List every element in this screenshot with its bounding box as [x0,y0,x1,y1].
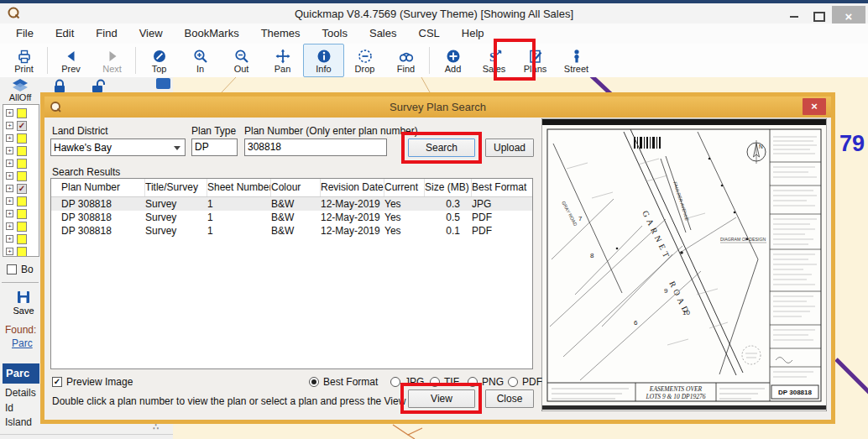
menu-sales[interactable]: Sales [358,24,408,44]
toolbar-zoom-out[interactable]: Out [221,44,262,77]
tree-row[interactable]: + [3,233,39,245]
expand-icon[interactable]: + [6,159,13,167]
toolbar-drop[interactable]: Drop [344,44,385,77]
expand-icon[interactable]: + [6,185,13,192]
layer-checkbox[interactable] [17,209,27,219]
table-row[interactable]: DP 308818Survey1B&W12-May-2019Yes0.3JPG [51,197,532,211]
lock-icon[interactable] [50,78,69,93]
layer-checkbox[interactable] [17,247,27,257]
sidebar-item-details[interactable]: Details [5,387,39,399]
layer-checkbox[interactable] [17,133,27,144]
expand-icon[interactable]: + [6,122,13,129]
expand-icon[interactable]: + [6,172,13,180]
land-district-select[interactable]: Hawke's Bay [50,138,186,156]
toolbar-add[interactable]: Add [432,44,473,77]
parcel-panel-header[interactable]: Parc [3,363,39,384]
map-parcel-number: 79 [839,131,865,156]
layer-checkbox[interactable] [17,171,27,181]
table-row[interactable]: DP 308818Survey1B&W12-May-2019Yes0.1PDF [51,224,532,238]
col-plan-number[interactable]: Plan Number [61,179,145,196]
tree-row[interactable]: + [3,157,39,170]
chevron-down-icon [174,146,180,150]
plan-preview-image: N [541,118,827,411]
expand-icon[interactable]: + [6,109,13,117]
toolbar-pan[interactable]: Pan [262,44,303,77]
tree-row[interactable]: + [3,195,39,207]
tree-row[interactable]: + [3,132,39,144]
annotation-box-plans [494,39,536,81]
col-title-survey[interactable]: Title/Survey [145,179,207,196]
tree-row[interactable]: + [3,207,39,220]
layer-checkbox[interactable] [17,108,27,118]
drop-icon [357,48,374,65]
street-person-icon [568,48,585,65]
unlock-icon[interactable] [89,78,109,93]
col-size-mb[interactable]: Size (MB) [425,179,472,196]
plan-number-label: Plan Number (Only enter plan number) [244,125,418,137]
expand-icon[interactable]: + [6,197,13,205]
dialog-titlebar[interactable]: Survey Plan Search × [44,97,831,118]
toolbar-top[interactable]: Top [139,44,180,77]
col-sheet-number[interactable]: Sheet Number [207,179,271,196]
layer-checkbox[interactable] [17,159,27,169]
menu-bookmarks[interactable]: BookMarks [174,24,250,44]
layer-checkbox[interactable] [17,146,27,156]
expand-icon[interactable]: + [6,248,13,255]
close-dialog-button[interactable]: Close [485,389,534,408]
layer-checkbox[interactable] [17,234,27,244]
next-arrow-icon [104,48,121,65]
toolbar-print[interactable]: Print [3,44,44,77]
tree-row[interactable]: +✓ [3,182,39,195]
col-colour[interactable]: Colour [271,179,321,196]
toolbar-prev[interactable]: Prev [50,44,92,77]
menu-tools[interactable]: Tools [311,24,358,44]
expand-icon[interactable]: + [6,210,13,217]
tree-row[interactable]: + [3,245,39,257]
tree-row[interactable]: + [3,144,39,157]
layer-checkbox[interactable] [17,222,27,232]
radio-pdf[interactable]: PDF [508,376,542,388]
upload-button[interactable]: Upload [485,138,534,157]
expand-icon[interactable]: + [6,222,13,230]
tree-row[interactable]: + [3,170,39,182]
menu-help[interactable]: Help [451,24,495,44]
toolbar-info[interactable]: Info [303,44,344,77]
sidebar-item-island[interactable]: Island [5,416,39,428]
toolbar-find[interactable]: Find [385,44,426,77]
col-current[interactable]: Current [384,179,425,196]
layer-checkbox[interactable] [17,196,27,206]
menu-themes[interactable]: Themes [250,24,311,44]
tree-row[interactable]: + [3,220,39,233]
checkbox-box: ✓ [52,377,62,387]
table-row[interactable]: DP 308818Survey1B&W12-May-2019Yes0.5PDF [51,211,532,224]
menu-edit[interactable]: Edit [44,24,85,44]
window-titlebar[interactable]: Quickmap V8.4.7569 (Survey Theme) [Showi… [0,3,868,24]
col-best-format[interactable]: Best Format [472,179,532,196]
radio-best-format[interactable]: Best Format [309,376,378,388]
expand-icon[interactable]: + [6,235,13,243]
expand-icon[interactable]: + [6,134,13,142]
menu-find[interactable]: Find [85,24,128,44]
tree-row[interactable]: +✓ [3,119,39,132]
preview-image-checkbox[interactable]: ✓ Preview Image [52,376,133,388]
alloff-button[interactable]: AllOff [2,79,39,106]
menu-file[interactable]: File [5,24,44,44]
toolbar-next[interactable]: Next [92,44,133,77]
layer-toggle-checkbox[interactable]: Bo [7,264,34,275]
expand-icon[interactable]: + [6,147,13,154]
menu-csl[interactable]: CSL [408,24,451,44]
plan-type-input[interactable]: DP [191,138,238,156]
layer-tool-icon[interactable] [156,78,170,89]
layer-checkbox-checked[interactable]: ✓ [17,121,27,131]
tree-row[interactable]: + [3,107,39,119]
plan-number-input[interactable]: 308818 [244,138,387,156]
toolbar-zoom-in[interactable]: In [180,44,221,77]
found-parcel-link[interactable]: Parc [12,337,39,349]
col-revision-date[interactable]: Revision Date [321,179,384,196]
layer-checkbox-checked[interactable]: ✓ [17,184,27,194]
save-button[interactable]: Save [10,289,37,316]
dialog-close-button[interactable]: × [803,98,826,115]
sidebar-item-id[interactable]: Id [5,402,39,414]
menu-view[interactable]: View [128,24,174,44]
toolbar-street[interactable]: Street [556,44,597,77]
